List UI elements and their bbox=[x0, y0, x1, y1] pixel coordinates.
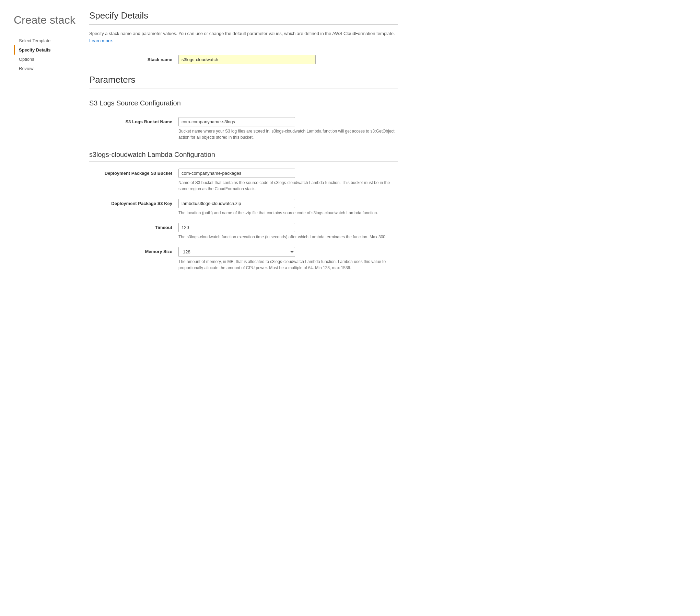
sidebar-item-specify-details[interactable]: Specify Details bbox=[14, 45, 75, 55]
timeout-input-wrap: The s3logs-cloudwatch function execution… bbox=[178, 223, 398, 240]
timeout-description: The s3logs-cloudwatch function execution… bbox=[178, 234, 398, 240]
deploy-pkg-s3-bucket-row: Deployment Package S3 Bucket Name of S3 … bbox=[89, 169, 398, 192]
memory-size-label: Memory Size bbox=[89, 247, 178, 254]
stack-name-input[interactable] bbox=[178, 55, 316, 64]
learn-more-link[interactable]: Learn more. bbox=[89, 38, 113, 43]
s3-bucket-label: S3 Logs Bucket Name bbox=[89, 117, 178, 124]
timeout-input[interactable] bbox=[178, 223, 295, 232]
deploy-pkg-s3-bucket-input-wrap: Name of S3 bucket that contains the sour… bbox=[178, 169, 398, 192]
heading-divider bbox=[89, 24, 398, 25]
s3-bucket-input[interactable] bbox=[178, 117, 295, 126]
sidebar-item-review[interactable]: Review bbox=[14, 64, 75, 73]
deploy-pkg-s3-key-row: Deployment Package S3 Key The location (… bbox=[89, 199, 398, 216]
memory-size-description: The amount of memory, in MB, that is all… bbox=[178, 259, 398, 271]
memory-size-row: Memory Size 128 192 256 320 384 448 512 … bbox=[89, 247, 398, 271]
deploy-pkg-s3-key-description: The location (path) and name of the .zip… bbox=[178, 210, 398, 216]
stack-name-row: Stack name bbox=[89, 55, 398, 64]
lambda-section-title: s3logs-cloudwatch Lambda Configuration bbox=[89, 151, 398, 159]
deploy-pkg-s3-key-input-wrap: The location (path) and name of the .zip… bbox=[178, 199, 398, 216]
memory-size-input-wrap: 128 192 256 320 384 448 512 The amount o… bbox=[178, 247, 398, 271]
page-title: Create stack bbox=[14, 14, 75, 26]
sidebar-item-select-template[interactable]: Select Template bbox=[14, 36, 75, 45]
deploy-pkg-s3-bucket-input[interactable] bbox=[178, 169, 295, 178]
s3-bucket-row: S3 Logs Bucket Name Bucket name where yo… bbox=[89, 117, 398, 140]
memory-size-select[interactable]: 128 192 256 320 384 448 512 bbox=[178, 247, 295, 257]
description-text: Specify a stack name and parameter value… bbox=[89, 30, 398, 45]
s3-source-section-title: S3 Logs Source Configuration bbox=[89, 99, 398, 107]
timeout-label: Timeout bbox=[89, 223, 178, 230]
sidebar-item-options[interactable]: Options bbox=[14, 55, 75, 64]
sidebar-nav: Select Template Specify Details Options … bbox=[14, 36, 75, 73]
s3-bucket-description: Bucket name where your S3 log files are … bbox=[178, 128, 398, 140]
s3-source-divider bbox=[89, 110, 398, 110]
deploy-pkg-s3-bucket-description: Name of S3 bucket that contains the sour… bbox=[178, 180, 398, 192]
stack-name-label: Stack name bbox=[89, 55, 178, 62]
stack-name-input-wrap bbox=[178, 55, 398, 64]
deploy-pkg-s3-key-input[interactable] bbox=[178, 199, 295, 208]
deploy-pkg-s3-key-label: Deployment Package S3 Key bbox=[89, 199, 178, 206]
s3-bucket-input-wrap: Bucket name where your S3 log files are … bbox=[178, 117, 398, 140]
specify-details-heading: Specify Details bbox=[89, 10, 398, 21]
deploy-pkg-s3-bucket-label: Deployment Package S3 Bucket bbox=[89, 169, 178, 176]
lambda-divider bbox=[89, 161, 398, 162]
parameters-heading: Parameters bbox=[89, 75, 398, 85]
parameters-divider bbox=[89, 89, 398, 89]
parameters-section: Parameters S3 Logs Source Configuration … bbox=[89, 75, 398, 271]
timeout-row: Timeout The s3logs-cloudwatch function e… bbox=[89, 223, 398, 240]
